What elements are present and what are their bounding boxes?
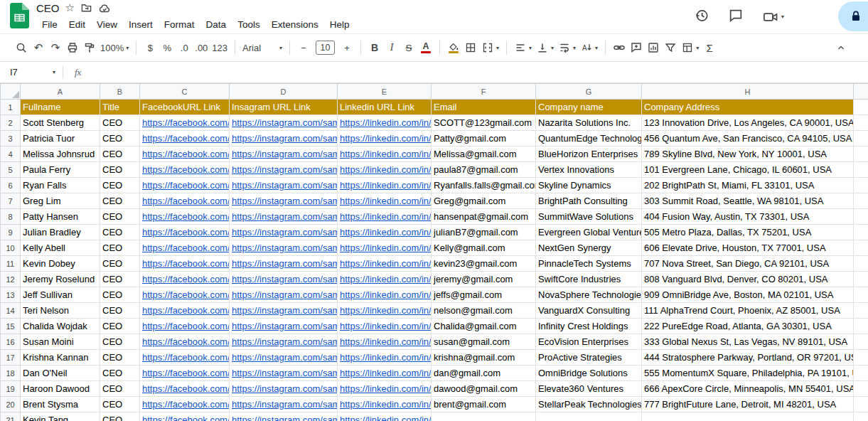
cell-email[interactable]: dan@gmail.com <box>432 366 536 381</box>
facebook-link[interactable]: https://facebook.com/sa <box>142 305 230 316</box>
print-icon[interactable] <box>64 38 81 57</box>
cell-name[interactable]: Brent Stysma <box>21 397 100 412</box>
cell-address[interactable]: 202 BrightPath St, Miami, FL 33101, USA <box>642 178 854 193</box>
cell-title[interactable]: CEO <box>100 272 140 287</box>
linkedin-link[interactable]: https://linkedin.com/in/sa <box>340 383 432 394</box>
cell-facebook[interactable]: https://facebook.com/sa <box>140 240 230 256</box>
cell-facebook[interactable]: https://facebook.com/sa <box>140 319 230 334</box>
menu-view[interactable]: View <box>91 18 123 31</box>
cell-instagram[interactable]: https://instagram.com/samp <box>230 319 338 334</box>
column-header-H[interactable]: H <box>642 84 854 100</box>
cell-I[interactable] <box>854 412 868 421</box>
cell-linkedin[interactable]: https://linkedin.com/in/sa <box>338 178 432 193</box>
facebook-link[interactable]: https://facebook.com/sa <box>142 352 230 363</box>
cell-title[interactable]: CEO <box>100 287 140 303</box>
row-header[interactable]: 5 <box>1 162 21 178</box>
cell-company[interactable]: Infinity Crest Holdings <box>536 319 642 334</box>
cell-title[interactable]: CEO <box>100 381 140 397</box>
number-format-button[interactable]: 123 <box>210 38 230 57</box>
increase-font-size-button[interactable]: + <box>338 38 355 57</box>
cell-facebook[interactable]: https://facebook.com/sa <box>140 366 230 381</box>
comments-icon[interactable] <box>728 8 744 26</box>
cell-linkedin[interactable]: https://linkedin.com/in/sa <box>338 397 432 412</box>
cell-instagram[interactable]: https://instagram.com/samp <box>230 162 338 178</box>
cell-address[interactable]: 333 Global Nexus St, Las Vegas, NV 89101… <box>642 334 854 350</box>
cell-title[interactable]: CEO <box>100 397 140 412</box>
column-header-D[interactable]: D <box>230 84 338 100</box>
cell-address[interactable]: 444 Stratosphere Parkway, Portland, OR 9… <box>642 350 854 366</box>
move-folder-icon[interactable] <box>80 2 92 14</box>
meet-icon[interactable]: ▾ <box>762 9 784 25</box>
insert-comment-button[interactable] <box>628 38 645 57</box>
cell-email[interactable]: Ryanfalls.falls@gmail.com <box>432 178 536 193</box>
search-icon[interactable] <box>13 38 30 57</box>
cell-email[interactable]: paula87@gmail.com <box>432 162 536 178</box>
cell-I[interactable] <box>854 115 868 131</box>
cell-address[interactable]: 789 Skyline Blvd, New York, NY 10001, US… <box>642 146 854 162</box>
cell-linkedin[interactable]: https://linkedin.com/in/sa <box>338 412 432 421</box>
cell-email[interactable]: SCOTT@123gmail.com <box>432 115 536 131</box>
cell-company[interactable]: SwiftCore Industries <box>536 272 642 287</box>
cell-company[interactable]: Elevate360 Ventures <box>536 381 642 397</box>
instagram-link[interactable]: https://instagram.com/samp <box>232 164 338 175</box>
linkedin-link[interactable]: https://linkedin.com/in/sa <box>340 258 432 269</box>
cell-address[interactable]: 456 Quantum Ave, San Francisco, CA 94105… <box>642 131 854 146</box>
cell-instagram[interactable]: https://instagram.com/samp <box>230 334 338 350</box>
cell-name[interactable]: Jeremy Roselund <box>21 272 100 287</box>
cell-email[interactable]: kevin23@gmail.com <box>432 256 536 272</box>
cell-linkedin[interactable]: https://linkedin.com/in/sa <box>338 225 432 240</box>
cell-facebook[interactable]: https://facebook.com/sa <box>140 209 230 225</box>
cell-email[interactable]: hansenpat@gmail.com <box>432 209 536 225</box>
cell-title[interactable]: CEO <box>100 256 140 272</box>
linkedin-link[interactable]: https://linkedin.com/in/sa <box>340 180 432 191</box>
cell-title[interactable]: CEO <box>100 131 140 146</box>
doc-title[interactable]: CEO <box>36 2 60 14</box>
instagram-link[interactable]: https://instagram.com/samp <box>232 243 338 253</box>
cell-address[interactable]: 777 BrightFuture Lane, Detroit, MI 48201… <box>642 397 854 412</box>
cell-email[interactable]: Greg@gmail.com <box>432 193 536 209</box>
cell-I[interactable] <box>854 209 868 225</box>
linkedin-link[interactable]: https://linkedin.com/in/sa <box>340 289 432 300</box>
cell-name[interactable]: Paula Ferry <box>21 162 100 178</box>
field-header-cell[interactable]: Title <box>100 100 140 115</box>
cell-company[interactable]: StellarPeak Technologies <box>536 397 642 412</box>
name-box[interactable]: I7 ▾ <box>0 62 63 82</box>
instagram-link[interactable]: https://instagram.com/samp <box>232 383 338 394</box>
cell-address[interactable]: 222 PureEdge Road, Atlanta, GA 30301, US… <box>642 319 854 334</box>
cell-name[interactable]: Dan O'Neil <box>21 366 100 381</box>
cell-name[interactable]: Kelly Abell <box>21 240 100 256</box>
instagram-link[interactable]: https://instagram.com/samp <box>232 415 338 421</box>
facebook-link[interactable]: https://facebook.com/sa <box>142 383 230 394</box>
instagram-link[interactable]: https://instagram.com/samp <box>232 258 338 269</box>
cell-linkedin[interactable]: https://linkedin.com/in/sa <box>338 287 432 303</box>
facebook-link[interactable]: https://facebook.com/sa <box>142 211 230 222</box>
cell-address[interactable]: 666 ApexCore Circle, Minneapolis, MN 554… <box>642 381 854 397</box>
menu-edit[interactable]: Edit <box>63 18 91 31</box>
cell-address[interactable]: 505 Metro Plaza, Dallas, TX 75201, USA <box>642 225 854 240</box>
row-header[interactable]: 21 <box>1 412 21 421</box>
row-header[interactable]: 18 <box>1 366 21 381</box>
cell-facebook[interactable]: https://facebook.com/sa <box>140 303 230 319</box>
linkedin-link[interactable]: https://linkedin.com/in/sa <box>340 243 432 253</box>
field-header-cell[interactable]: Email <box>432 100 536 115</box>
row-header[interactable]: 12 <box>1 272 21 287</box>
instagram-link[interactable]: https://instagram.com/samp <box>232 399 338 410</box>
share-button[interactable] <box>838 1 868 31</box>
linkedin-link[interactable]: https://linkedin.com/in/sa <box>340 164 432 175</box>
cell-linkedin[interactable]: https://linkedin.com/in/sa <box>338 272 432 287</box>
column-header-C[interactable]: C <box>140 84 230 100</box>
cell-I[interactable] <box>854 225 868 240</box>
cell-I[interactable] <box>854 381 868 397</box>
cell-I[interactable] <box>854 162 868 178</box>
instagram-link[interactable]: https://instagram.com/samp <box>232 321 338 331</box>
strikethrough-button[interactable]: S <box>400 38 417 57</box>
facebook-link[interactable]: https://facebook.com/sa <box>142 149 230 159</box>
cell-instagram[interactable]: https://instagram.com/samp <box>230 256 338 272</box>
column-header-G[interactable]: G <box>536 84 642 100</box>
linkedin-link[interactable]: https://linkedin.com/in/sa <box>340 336 432 347</box>
cell-I[interactable] <box>854 350 868 366</box>
cell-I[interactable] <box>854 287 868 303</box>
insert-chart-button[interactable] <box>645 38 662 57</box>
linkedin-link[interactable]: https://linkedin.com/in/sa <box>340 149 432 159</box>
instagram-link[interactable]: https://instagram.com/samp <box>232 117 338 128</box>
